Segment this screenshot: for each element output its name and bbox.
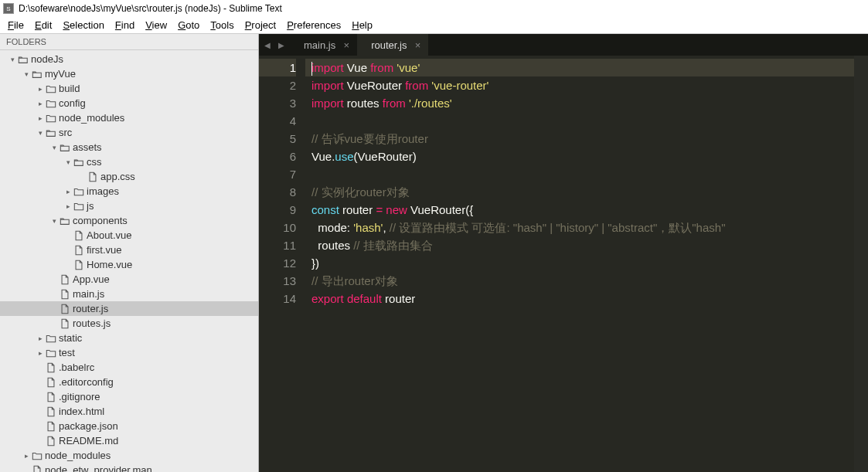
line-number: 2 <box>259 76 296 94</box>
file-item[interactable]: main.js <box>0 287 258 301</box>
menu-edit[interactable]: Edit <box>30 18 56 32</box>
folder-item[interactable]: ▾nodeJs <box>0 52 258 66</box>
line-gutter: 1234567891011121314 <box>259 56 305 472</box>
file-item[interactable]: first.vue <box>0 243 258 257</box>
tree-item-label: images <box>85 185 119 197</box>
chevron-down-icon[interactable]: ▾ <box>49 217 59 225</box>
chevron-down-icon[interactable]: ▾ <box>8 56 17 63</box>
menu-help[interactable]: Help <box>347 18 377 32</box>
chevron-right-icon[interactable]: ▸ <box>36 334 45 342</box>
file-item[interactable]: node_etw_provider.man <box>0 463 258 472</box>
code-line[interactable]: // 告诉vue要使用router <box>311 130 868 148</box>
code-line[interactable]: import routes from './routes' <box>311 94 868 112</box>
folder-item[interactable]: ▾assets <box>0 140 258 155</box>
folder-item[interactable]: ▾src <box>0 125 258 140</box>
close-icon[interactable]: × <box>344 39 350 51</box>
folder-item[interactable]: ▸config <box>0 96 258 110</box>
chevron-right-icon[interactable]: ▸ <box>63 202 73 210</box>
tab-nav-arrows[interactable]: ◀ ▶ <box>259 34 290 56</box>
file-icon <box>59 304 71 314</box>
code-line[interactable]: // 实例化router对象 <box>311 183 868 201</box>
file-item[interactable]: router.js <box>0 301 258 316</box>
file-icon <box>73 230 85 241</box>
folder-item[interactable]: ▸build <box>0 81 258 96</box>
file-item[interactable]: About.vue <box>0 228 258 243</box>
tab-main-js[interactable]: main.js× <box>290 34 357 56</box>
chevron-right-icon[interactable]: ▸ <box>63 188 73 195</box>
chevron-right-icon[interactable]: ▸ <box>36 114 45 122</box>
folder-item[interactable]: ▸js <box>0 199 258 213</box>
chevron-right-icon[interactable]: ▸ <box>22 452 31 460</box>
chevron-right-icon[interactable]: ▸ <box>36 100 45 107</box>
chevron-down-icon[interactable]: ▾ <box>22 70 31 78</box>
menu-find[interactable]: Find <box>111 18 139 32</box>
chevron-right-icon[interactable]: ▸ <box>36 85 45 93</box>
folder-item[interactable]: ▾components <box>0 213 258 228</box>
tab-prev-icon[interactable]: ◀ <box>264 41 271 49</box>
line-number: 6 <box>259 148 296 165</box>
tab-next-icon[interactable]: ▶ <box>278 41 284 49</box>
code-line[interactable]: Vue.use(VueRouter) <box>311 148 868 165</box>
folder-item[interactable]: ▸node_modules <box>0 448 258 463</box>
code-line[interactable]: mode: 'hash', // 设置路由模式 可选值: "hash" | "h… <box>311 219 868 236</box>
code-line[interactable] <box>311 165 868 183</box>
menu-preferences[interactable]: Preferences <box>282 18 345 32</box>
line-number: 7 <box>259 165 296 183</box>
tree-item-label: index.html <box>57 406 104 417</box>
code-line[interactable]: import Vue from 'vue' <box>305 59 868 76</box>
token: export <box>311 292 344 305</box>
file-item[interactable]: index.html <box>0 404 258 419</box>
code-line[interactable]: // 导出router对象 <box>311 272 868 290</box>
file-item[interactable]: README.md <box>0 433 258 448</box>
file-item[interactable]: .editorconfig <box>0 375 258 389</box>
tab-router-js[interactable]: router.js× <box>357 34 428 56</box>
menu-project[interactable]: Project <box>240 18 281 32</box>
line-number: 13 <box>259 272 296 290</box>
folder-tree[interactable]: ▾nodeJs▾myVue▸build▸config▸node_modules▾… <box>0 50 258 472</box>
file-item[interactable]: routes.js <box>0 316 258 331</box>
token: default <box>347 292 382 305</box>
close-icon[interactable]: × <box>415 39 421 51</box>
folder-item[interactable]: ▸images <box>0 184 258 199</box>
folder-item[interactable]: ▾myVue <box>0 66 258 81</box>
code-line[interactable]: routes // 挂载路由集合 <box>311 236 868 254</box>
file-item[interactable]: package.json <box>0 419 258 433</box>
code-line[interactable]: }) <box>311 254 868 272</box>
token: router <box>382 292 415 305</box>
menu-selection[interactable]: Selection <box>58 18 108 32</box>
chevron-down-icon[interactable]: ▾ <box>49 144 59 151</box>
menu-goto[interactable]: Goto <box>173 18 204 32</box>
menu-view[interactable]: View <box>141 18 172 32</box>
token: from <box>383 97 406 110</box>
file-item[interactable]: Home.vue <box>0 257 258 272</box>
token: VueRouter <box>344 79 406 92</box>
folder-item[interactable]: ▾css <box>0 155 258 169</box>
menu-tools[interactable]: Tools <box>206 18 238 32</box>
tree-item-label: static <box>57 332 82 344</box>
code-line[interactable]: const router = new VueRouter({ <box>311 201 868 219</box>
folder-item[interactable]: ▸test <box>0 345 258 360</box>
chevron-down-icon[interactable]: ▾ <box>63 158 73 166</box>
code-view[interactable]: 1234567891011121314 import Vue from 'vue… <box>259 56 868 472</box>
token: Vue <box>344 61 370 74</box>
folder-item[interactable]: ▸static <box>0 331 258 345</box>
tree-item-label: myVue <box>43 68 76 80</box>
file-item[interactable]: App.vue <box>0 272 258 287</box>
minimap[interactable] <box>854 56 868 472</box>
chevron-right-icon[interactable]: ▸ <box>36 349 45 357</box>
line-number: 14 <box>259 290 296 307</box>
token: 'vue' <box>397 61 420 74</box>
tree-item-label: nodeJs <box>29 53 63 65</box>
folder-item[interactable]: ▸node_modules <box>0 110 258 125</box>
token: new <box>386 203 407 216</box>
file-item[interactable]: .gitignore <box>0 389 258 404</box>
chevron-down-icon[interactable]: ▾ <box>36 129 45 137</box>
code-line[interactable]: export default router <box>311 290 868 307</box>
code-lines[interactable]: import Vue from 'vue'import VueRouter fr… <box>305 56 868 472</box>
file-item[interactable]: app.css <box>0 169 258 184</box>
code-line[interactable] <box>311 112 868 130</box>
code-line[interactable]: import VueRouter from 'vue-router' <box>311 76 868 94</box>
token: import <box>311 79 344 92</box>
menu-file[interactable]: File <box>3 18 29 32</box>
file-item[interactable]: .babelrc <box>0 360 258 375</box>
